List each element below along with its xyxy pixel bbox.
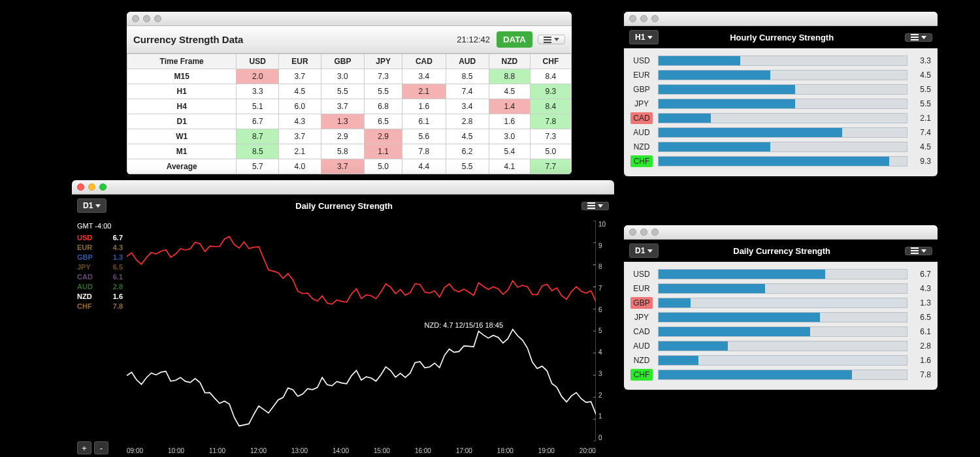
bar-value: 2.1 (913, 114, 931, 123)
bars-toolbar: D1 Daily Currency Strength (624, 240, 938, 262)
value-cell: 4.3 (279, 114, 321, 129)
legend-row[interactable]: JPY6.5 (77, 263, 123, 271)
traffic-light-zoom[interactable] (154, 15, 161, 22)
traffic-light-minimize[interactable] (640, 15, 647, 22)
traffic-light-minimize[interactable] (640, 228, 647, 236)
x-tick: 12:00 (250, 447, 267, 454)
traffic-light-zoom[interactable] (651, 15, 659, 22)
legend-row[interactable]: NZD1.6 (77, 292, 123, 300)
chart-plot-area[interactable] (127, 221, 596, 441)
x-tick: 15:00 (374, 447, 390, 454)
bar-value: 6.7 (913, 270, 931, 279)
bar-value: 3.3 (913, 56, 931, 65)
timeframe-cell: W1 (127, 129, 237, 144)
legend-row[interactable]: CHF7.8 (77, 302, 123, 310)
value-cell: 3.0 (321, 69, 364, 84)
bar-value: 2.8 (913, 341, 931, 351)
bar-row: USD3.3 (630, 55, 931, 67)
table-row: H13.34.55.55.52.17.44.59.3 (127, 84, 572, 99)
table-header-cell: Time Frame (127, 54, 237, 69)
bar-fill (659, 71, 770, 80)
traffic-light-close[interactable] (629, 15, 636, 22)
y-axis-ticks: 109876543210 (598, 221, 612, 441)
bar-track (658, 99, 907, 109)
timeframe-select[interactable]: D1 (77, 198, 106, 213)
bar-fill (659, 356, 698, 365)
currency-label: CAD (630, 112, 653, 124)
zoom-controls: + - (77, 441, 108, 454)
x-tick: 09:00 (127, 447, 143, 454)
table-header-cell: CHF (530, 54, 571, 69)
hamburger-icon (911, 250, 919, 251)
currency-label: GBP (630, 297, 653, 309)
table-title: Currency Strength Data (133, 34, 457, 45)
traffic-light-close[interactable] (132, 15, 139, 22)
value-cell: 3.4 (446, 99, 489, 114)
y-tick: 6 (598, 306, 612, 313)
bar-track (658, 370, 907, 380)
legend-value: 4.3 (113, 244, 123, 251)
value-cell: 3.7 (321, 99, 364, 114)
currency-label: JPY (630, 311, 653, 323)
value-cell: 2.1 (279, 144, 321, 159)
bar-row: NZD1.6 (630, 355, 931, 366)
bar-fill (659, 128, 842, 137)
data-button[interactable]: DATA (497, 31, 532, 48)
zoom-in-button[interactable]: + (77, 441, 91, 454)
bar-track (658, 341, 907, 351)
daily-strength-chart-window: D1 Daily Currency Strength GMT -4:00 USD… (72, 180, 614, 457)
value-cell: 4.1 (489, 159, 530, 174)
legend-row[interactable]: GBP1.3 (77, 253, 123, 261)
timeframe-cell: H1 (127, 84, 237, 99)
bar-fill (659, 327, 810, 336)
bar-value: 7.4 (913, 128, 931, 137)
table-header-cell: AUD (446, 54, 489, 69)
y-tick: 2 (598, 392, 612, 399)
menu-button[interactable] (538, 35, 565, 44)
legend-row[interactable]: USD6.7 (77, 234, 123, 242)
bar-row: AUD2.8 (630, 340, 931, 352)
traffic-light-minimize[interactable] (88, 183, 95, 191)
bar-track (658, 326, 907, 337)
legend-symbol: USD (77, 234, 92, 242)
value-cell: 1.6 (402, 99, 446, 114)
bar-row: JPY5.5 (630, 98, 931, 110)
value-cell: 9.3 (530, 84, 571, 99)
legend-row[interactable]: EUR4.3 (77, 244, 123, 251)
value-cell: 8.7 (237, 129, 279, 144)
timeframe-select[interactable]: H1 (629, 30, 659, 44)
zoom-out-button[interactable]: - (94, 441, 108, 454)
timeframe-select[interactable]: D1 (629, 244, 659, 258)
legend-row[interactable]: CAD6.1 (77, 273, 123, 281)
bar-track (658, 312, 907, 323)
traffic-light-zoom[interactable] (651, 228, 659, 236)
y-tick: 4 (598, 349, 612, 356)
bar-row: CHF9.3 (630, 155, 931, 167)
value-cell: 4.4 (402, 159, 446, 174)
table-row: W18.73.72.92.95.64.53.07.3 (127, 129, 572, 144)
hamburger-icon (544, 39, 551, 40)
chevron-down-icon (921, 36, 926, 39)
value-cell: 5.0 (530, 144, 571, 159)
menu-button[interactable] (905, 247, 932, 255)
traffic-light-zoom[interactable] (99, 183, 106, 191)
bar-value: 4.5 (913, 71, 931, 80)
daily-strength-window: D1 Daily Currency Strength USD6.7EUR4.3G… (624, 225, 938, 390)
value-cell: 5.5 (446, 159, 489, 174)
legend-row[interactable]: AUD2.8 (77, 283, 123, 291)
value-cell: 7.3 (365, 69, 402, 84)
value-cell: 3.7 (321, 159, 364, 174)
bars-toolbar: H1 Hourly Currency Strength (624, 26, 938, 48)
table-header-bar: Currency Strength Data 21:12:42 DATA (127, 26, 572, 54)
value-cell: 5.0 (365, 159, 402, 174)
value-cell: 6.8 (365, 99, 402, 114)
menu-button[interactable] (581, 202, 609, 210)
x-tick: 16:00 (415, 447, 431, 454)
menu-button[interactable] (905, 33, 932, 42)
bar-track (658, 142, 907, 152)
bar-track (658, 156, 907, 166)
traffic-light-close[interactable] (77, 183, 84, 191)
traffic-light-close[interactable] (629, 228, 636, 236)
traffic-light-minimize[interactable] (143, 15, 150, 22)
chart-title: Daily Currency Strength (112, 201, 576, 211)
